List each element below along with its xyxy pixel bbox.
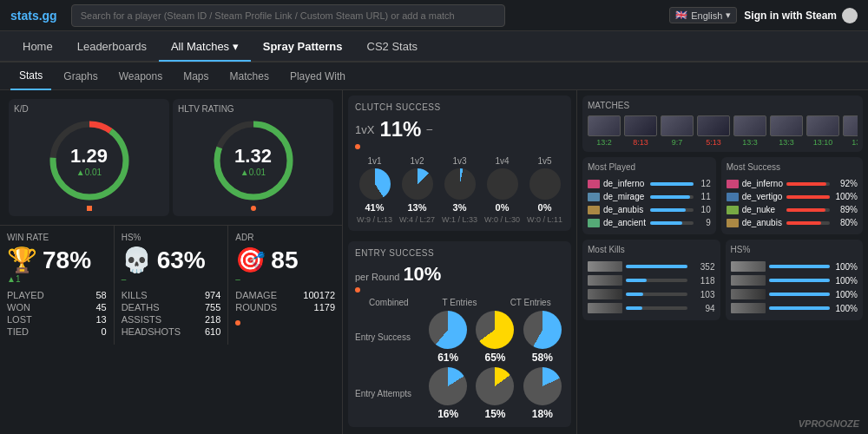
map-inferno-success: de_inferno 92% [727,177,858,190]
nav-item-home[interactable]: Home [10,30,65,62]
header-right: 🇬🇧 English ▾ Sign in with Steam [669,7,858,23]
entry-attempts-label-row: Entry Attempts 16% 15% 18% [355,367,564,420]
hltv-inner: 1.32 ▲0.01 [210,117,297,204]
weapon-bar [769,265,831,268]
map-ancient-played: de_ancient 9 [588,216,711,229]
match-8[interactable]: 13:5 [843,115,858,147]
matches-title: MATCHES [588,101,858,110]
sign-in-button[interactable]: Sign in with Steam [744,8,858,23]
clutch-1v5: 1v5 0% W:0 / L:11 [525,156,564,224]
weapon-awp-hs: 100% [731,287,858,301]
weapon-bar [626,306,642,310]
skull-icon: 💀 [122,246,152,274]
clutch-title: CLUTCH SUCCESS [355,102,564,112]
weapon-bar [626,293,643,296]
sub-nav-weapons[interactable]: Weapons [110,62,171,90]
weapon-bar [769,279,831,282]
hltv-dot [251,206,256,211]
map-bar [650,182,694,186]
match-2[interactable]: 8:13 [624,115,657,147]
kd-card: K/D 1.29 ▲0.01 [9,99,169,216]
win-rate-title: WIN RATE [7,233,107,242]
weapon-glock-hs: 100% [731,301,858,315]
adr-label: ADR [235,233,253,242]
weapon-bar-container [626,265,687,268]
won-row: WON45 [7,301,107,313]
rounds-row: ROUNDS1179 [235,301,335,313]
entry-attempts-combined: 16% [426,367,470,420]
entry-success-combined: 61% [426,311,470,364]
adr-value-row: 🎯 85 [235,246,335,274]
entry-pie-ct-attempts [523,367,562,405]
damage-row: DAMAGE100172 [235,289,335,301]
adr-value: 85 [271,247,298,274]
hltv-card: HLTV RATING 1.32 ▲0.01 [173,99,333,216]
weapon-bar [626,265,687,268]
kd-inner: 1.29 ▲0.01 [46,117,133,204]
nav-item-cs2-stats[interactable]: CS2 Stats [355,30,431,62]
map-bar-container [650,221,694,225]
target-icon: 🎯 [235,246,266,274]
nav-item-leaderboards[interactable]: Leaderboards [65,30,159,62]
sub-nav-maps[interactable]: Maps [174,62,217,90]
nav-item-spray-patterns[interactable]: Spray Patterns [251,30,355,62]
match-img-7 [806,115,839,136]
match-7[interactable]: 13:10 [806,115,839,147]
kd-value: 1.29 [70,145,108,168]
map-nuke-success: de_nuke 89% [727,203,858,216]
trophy-icon: 🏆 [7,246,37,274]
nav-item-all-matches[interactable]: All Matches ▾ [159,30,251,62]
hs-label: HS% [122,233,141,242]
win-rate-block: WIN RATE 🏆 78% ▲1 PLAYED58 WON45 LOST13 … [0,226,115,345]
match-5[interactable]: 13:3 [733,115,766,147]
win-rate-label: WIN RATE [7,233,49,242]
sign-in-label: Sign in with Steam [744,10,837,22]
sub-nav-stats[interactable]: Stats [10,62,51,90]
left-panel: K/D 1.29 ▲0.01 HLTV RATING [0,90,343,434]
win-rate-value-row: 🏆 78% [7,246,107,274]
sub-nav-matches[interactable]: Matches [221,62,278,90]
match-3[interactable]: 9:7 [661,115,694,147]
played-row: PLAYED58 [7,289,107,301]
hltv-delta: ▲0.01 [240,168,266,177]
logo[interactable]: stats.gg [10,9,57,23]
hltv-gauge-container: 1.32 ▲0.01 [210,117,297,204]
weapon-bar-container [769,306,831,310]
match-4[interactable]: 5:13 [697,115,730,147]
deaths-row: DEATHS755 [122,301,221,313]
weapon-img [588,261,622,272]
hs-block: HS% 💀 63% – KILLS974 DEATHS755 ASSISTS21… [115,226,229,345]
map-mirage-played: de_mirage 11 [588,190,711,203]
adr-delta: – [235,274,335,284]
match-1[interactable]: 13:2 [588,115,621,147]
map-flag [588,206,600,214]
match-img-6 [770,115,803,136]
entry-success-row: 61% 65% 58% [426,311,564,364]
clutch-header: 1vX 11% – [355,117,564,141]
sub-nav-graphs[interactable]: Graphs [55,62,106,90]
hs-value-row: 💀 63% [122,246,221,274]
clutch-1v4: 1v4 0% W:0 / L:30 [483,156,522,224]
main-content: K/D 1.29 ▲0.01 HLTV RATING [0,90,868,434]
map-bar-container [786,195,830,199]
hs-delta: – [122,274,221,284]
match-6[interactable]: 13:3 [770,115,803,147]
search-input[interactable] [71,4,505,27]
weapon-bar-container [769,279,831,282]
map-flag [727,193,739,201]
match-score-1: 13:2 [596,138,612,147]
sub-nav-played-with[interactable]: Played With [281,62,354,90]
weapon-bar-container [769,293,831,296]
map-bar-container [786,208,830,212]
col-ct-entries: CT Entries [496,298,564,307]
map-bar [786,195,830,199]
weapon-img [731,275,766,286]
entry-pie-combined-success [429,311,467,349]
language-selector[interactable]: 🇬🇧 English ▾ [669,7,737,23]
weapon-bar [769,306,831,310]
weapon-img [588,303,622,313]
hs-weapons-card: HS% 100% 100% 100% [726,240,864,320]
assists-row: ASSISTS218 [122,313,221,326]
entry-success-t: 65% [473,311,516,364]
adr-block: ADR 🎯 85 – DAMAGE100172 ROUNDS1179 [228,226,342,345]
